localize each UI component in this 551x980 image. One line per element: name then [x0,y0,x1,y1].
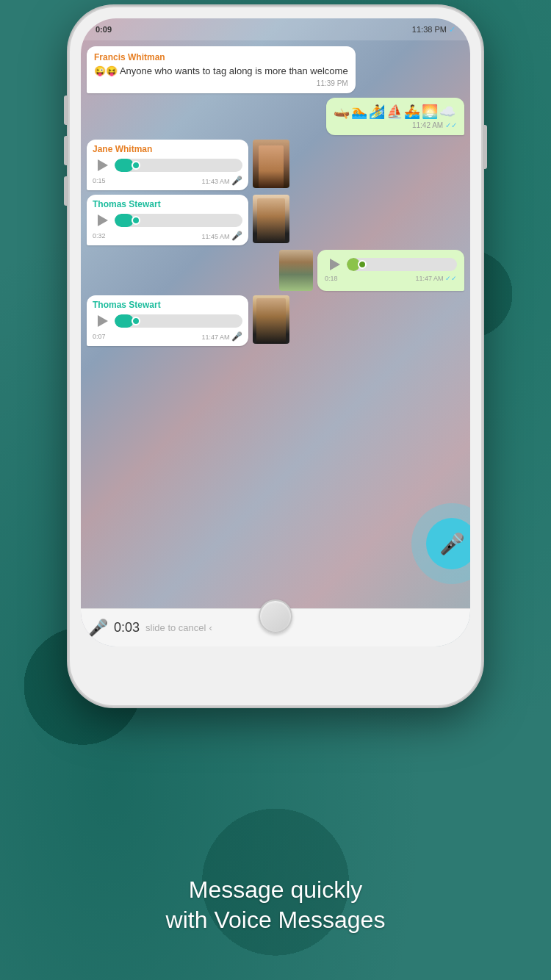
voice-duration: 0:07 [93,333,106,340]
phone-wrapper: 0:09 11:38 PM ✓ Francis Whitman 😜😝 Anyon… [70,7,481,705]
check-icon: ✓✓ [445,275,457,282]
message-thomas-voice1: Thomas Stewart [87,195,289,245]
play-button[interactable] [325,256,342,273]
voice-time: 11:43 AM 🎤 [201,176,242,186]
play-button[interactable] [93,156,110,174]
voice-duration: 0:32 [93,232,106,239]
mic-icon: 🎤 [231,331,242,342]
marketing-line2: with Voice Messages [0,905,551,936]
voice-duration: 0:18 [325,275,338,282]
waveform [115,159,242,172]
avatar-thomas2 [253,295,289,344]
waveform [115,314,242,328]
avatar-jane [253,140,289,188]
avatar-sent [279,250,313,291]
voice-row [325,256,457,273]
voice-bubble-sent: 0:18 11:47 AM ✓✓ [317,250,464,291]
waveform-dot [132,216,140,225]
voice-meta: 0:15 11:43 AM 🎤 [93,176,242,186]
voice-meta: 0:07 11:47 AM 🎤 [93,331,242,342]
message-francis-text: Francis Whitman 😜😝 Anyone who wants to t… [87,46,356,93]
waveform [115,214,242,227]
voice-duration: 0:15 [93,177,106,184]
phone-shell: 0:09 11:38 PM ✓ Francis Whitman 😜😝 Anyon… [70,7,481,705]
voice-row [93,156,242,174]
message-text: 😜😝 Anyone who wants to tag along is more… [94,65,348,78]
avatar-thomas1 [253,195,289,243]
emoji-row: 🛶🏊🏄⛵🚣🌅☁️ [334,104,457,120]
voice-time: 11:47 AM ✓✓ [415,275,457,282]
sender-name: Francis Whitman [94,52,348,62]
home-button[interactable] [259,599,292,633]
waveform-dot [358,260,367,269]
play-icon [330,259,340,270]
play-icon [98,215,108,226]
mic-button-area: 🎤 [411,503,470,584]
status-bar: 0:09 11:38 PM ✓ [81,18,470,40]
voice-row [93,212,242,229]
bottom-text: Message quickly with Voice Messages [0,875,551,936]
status-time-left: 0:09 [96,25,112,34]
play-icon [98,159,108,171]
mic-icon: 🎤 [231,231,242,241]
voice-meta: 0:32 11:45 AM 🎤 [93,231,242,241]
voice-bubble-jane: Jane Whitman 0 [87,140,248,190]
mic-circle-outer: 🎤 [411,503,470,584]
status-time-right: 11:38 PM ✓ [412,25,455,35]
waveform [347,258,457,271]
message-sent-voice: 0:18 11:47 AM ✓✓ [279,250,464,291]
play-button[interactable] [93,312,110,330]
waveform-dot [132,161,140,170]
marketing-line1: Message quickly [0,875,551,906]
sender-name-thomas2: Thomas Stewart [93,300,242,310]
sender-name-thomas: Thomas Stewart [93,199,242,209]
slide-cancel: slide to cancel ‹ [145,622,212,633]
phone-screen: 0:09 11:38 PM ✓ Francis Whitman 😜😝 Anyon… [81,18,470,646]
voice-bubble-thomas: Thomas Stewart [87,195,248,245]
check-icon: ✓✓ [445,121,457,129]
sender-name-jane: Jane Whitman [93,144,242,154]
message-jane-voice: Jane Whitman 0 [87,140,289,190]
voice-bubble-thomas2: Thomas Stewart [87,295,248,346]
recording-time: 0:03 [114,620,140,635]
message-sent-emoji: 🛶🏊🏄⛵🚣🌅☁️ 11:42 AM ✓✓ [326,98,464,135]
play-button[interactable] [93,212,110,229]
play-icon [98,315,108,327]
voice-meta: 0:18 11:47 AM ✓✓ [325,275,457,282]
mic-icon: 🎤 [231,176,242,186]
recording-mic-icon: 🎤 [88,619,108,638]
voice-row [93,312,242,330]
message-time: 11:42 AM ✓✓ [334,121,457,129]
message-thomas-voice2: Thomas Stewart [87,295,289,346]
mic-button[interactable]: 🎤 [426,518,470,569]
emoji-prefix: 😜😝 [94,65,120,76]
voice-time: 11:45 AM 🎤 [201,231,242,241]
waveform-dot [132,317,140,325]
mic-icon-white: 🎤 [439,532,465,556]
voice-time: 11:47 AM 🎤 [201,331,242,342]
message-time: 11:39 PM [94,79,348,87]
